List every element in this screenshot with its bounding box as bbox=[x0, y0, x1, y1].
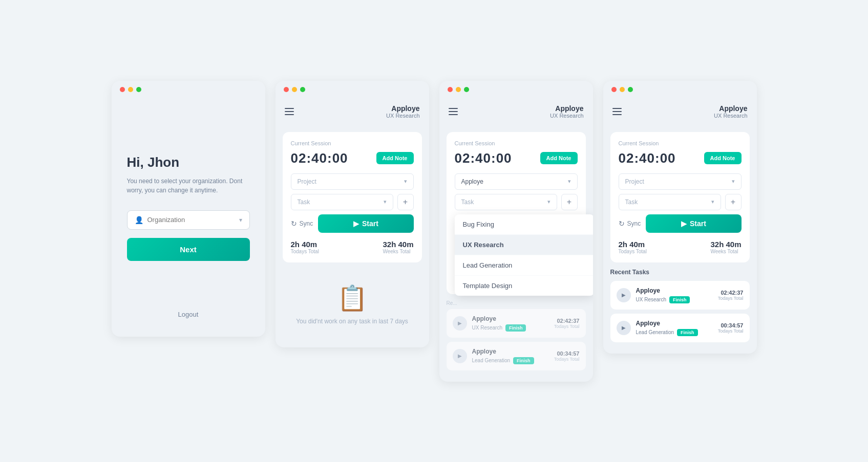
stats-row-2: 2h 40m Todays Total 32h 40m Weeks Total bbox=[291, 240, 414, 254]
task-tag-4-1: UX Research bbox=[636, 297, 666, 302]
brand-name-3: Apploye bbox=[550, 104, 583, 113]
project-select-4[interactable]: Project ▾ bbox=[619, 173, 742, 190]
task-row-2: Task ▾ + bbox=[291, 194, 414, 210]
todays-total-label-4: Todays Total bbox=[619, 249, 647, 254]
chevron-down-icon: ▾ bbox=[239, 216, 242, 224]
dot-green-4 bbox=[628, 87, 633, 92]
task-row-3: Task ▾ + bbox=[455, 194, 578, 210]
task-info-4-2: Apploye Lead Generation Finish bbox=[636, 320, 713, 336]
app-header-4: Apploye UX Research bbox=[603, 98, 757, 125]
sync-button-4[interactable]: ↻ Sync bbox=[619, 219, 641, 228]
add-note-button-4[interactable]: Add Note bbox=[704, 152, 742, 164]
dot-red-1 bbox=[120, 87, 125, 92]
task-select-2[interactable]: Task ▾ bbox=[291, 194, 393, 210]
add-note-button-3[interactable]: Add Note bbox=[540, 152, 578, 164]
action-row-2: ↻ Sync ▶ Start bbox=[291, 214, 414, 233]
session-label-2: Current Session bbox=[291, 140, 414, 146]
chevron-down-icon-3: ▾ bbox=[568, 178, 571, 185]
title-bar-2 bbox=[276, 81, 429, 98]
play-btn-3-2[interactable]: ▶ bbox=[453, 349, 467, 363]
hamburger-menu-2[interactable] bbox=[285, 108, 294, 115]
add-task-button-3[interactable]: + bbox=[561, 194, 578, 210]
play-btn-3-1[interactable]: ▶ bbox=[453, 316, 467, 331]
task-name-3-1: Apploye bbox=[472, 315, 549, 322]
task-time-3-2: 00:34:57 bbox=[554, 350, 580, 357]
start-button-4[interactable]: ▶ Start bbox=[646, 214, 741, 233]
todays-total-2: 2h 40m Todays Total bbox=[291, 240, 319, 254]
dot-red-2 bbox=[284, 87, 289, 92]
hamburger-menu-4[interactable] bbox=[612, 108, 622, 115]
next-button[interactable]: Next bbox=[127, 238, 250, 261]
play-icon-4: ▶ bbox=[681, 219, 687, 228]
title-bar-1 bbox=[112, 81, 265, 98]
sync-icon-4: ↻ bbox=[619, 219, 625, 228]
weeks-total-value-4: 32h 40m bbox=[710, 240, 741, 249]
finish-badge-3-1: Finish bbox=[505, 324, 526, 332]
task-name-4-1: Apploye bbox=[636, 287, 713, 294]
sync-label-4: Sync bbox=[627, 220, 641, 227]
play-btn-4-1[interactable]: ▶ bbox=[617, 288, 631, 302]
session-timer-row-4: 02:40:00 Add Note bbox=[619, 150, 742, 166]
task-time-3-1: 02:42:37 bbox=[554, 318, 580, 324]
dropdown-item-template-design[interactable]: Template Design bbox=[455, 276, 593, 296]
task-time-col-4-2: 00:34:57 Todays Total bbox=[718, 322, 744, 334]
screens-container: Hi, Jhon You need to select your organiz… bbox=[112, 81, 757, 382]
logout-link[interactable]: Logout bbox=[127, 311, 250, 318]
task-tag-4-2: Lead Generation bbox=[636, 329, 674, 335]
brand-sub-3: UX Research bbox=[550, 113, 583, 119]
hamburger-line bbox=[285, 111, 294, 112]
session-timer-3: 02:40:00 bbox=[455, 150, 512, 166]
session-card-3: Current Session 02:40:00 Add Note Apploy… bbox=[447, 132, 586, 294]
dropdown-item-ux-research[interactable]: UX Research bbox=[455, 235, 593, 255]
dropdown-item-lead-gen[interactable]: Lead Generation bbox=[455, 255, 593, 276]
task-select-3[interactable]: Task ▾ bbox=[455, 194, 557, 210]
recent-tasks-partial-3: Re... ▶ Apploye UX Research Finish 02:42… bbox=[447, 300, 586, 370]
session-card-4: Current Session 02:40:00 Add Note Projec… bbox=[610, 132, 750, 262]
app-content-2: Current Session 02:40:00 Add Note Projec… bbox=[276, 125, 429, 347]
task-item-4-1: ▶ Apploye UX Research Finish 02:42:37 To… bbox=[610, 281, 750, 310]
add-task-button-2[interactable]: + bbox=[397, 194, 414, 210]
todays-total-4: 2h 40m Todays Total bbox=[619, 240, 647, 254]
task-time-4-2: 00:34:57 bbox=[718, 322, 744, 328]
dropdown-item-bug-fixing[interactable]: Bug Fixing bbox=[455, 214, 593, 235]
start-button-2[interactable]: ▶ Start bbox=[318, 214, 413, 233]
weeks-total-4: 32h 40m Weeks Total bbox=[710, 240, 741, 254]
org-input-group[interactable]: 👤 ▾ bbox=[127, 210, 250, 230]
screen-1-content: Hi, Jhon You need to select your organiz… bbox=[112, 98, 265, 334]
hamburger-line bbox=[449, 111, 458, 112]
finish-badge-4-2: Finish bbox=[677, 329, 698, 336]
session-timer-row-3: 02:40:00 Add Note bbox=[455, 150, 578, 166]
subtitle: You need to select your organization. Do… bbox=[127, 177, 250, 195]
project-select-text-3: Apploye bbox=[461, 178, 568, 185]
play-btn-4-2[interactable]: ▶ bbox=[617, 321, 631, 335]
project-select-3[interactable]: Apploye ▾ bbox=[455, 173, 578, 190]
add-note-button-2[interactable]: Add Note bbox=[376, 152, 414, 164]
title-bar-4 bbox=[603, 81, 757, 98]
hamburger-line bbox=[612, 111, 622, 112]
task-select-text-2: Task bbox=[298, 199, 384, 206]
task-item-3-1: ▶ Apploye UX Research Finish 02:42:37 To… bbox=[447, 309, 586, 338]
task-select-4[interactable]: Task ▾ bbox=[619, 194, 721, 210]
task-name-3-2: Apploye bbox=[472, 348, 549, 355]
task-time-col-3-1: 02:42:37 Todays Total bbox=[554, 318, 580, 329]
brand-sub-2: UX Research bbox=[386, 113, 419, 119]
hamburger-menu-3[interactable] bbox=[449, 108, 458, 115]
org-input[interactable] bbox=[147, 216, 239, 224]
dot-yellow-4 bbox=[620, 87, 625, 92]
task-time-label-3-2: Todays Total bbox=[554, 357, 580, 362]
play-icon-2: ▶ bbox=[353, 219, 359, 228]
sync-button-2[interactable]: ↻ Sync bbox=[291, 219, 313, 228]
add-task-button-4[interactable]: + bbox=[725, 194, 742, 210]
app-brand-4: Apploye UX Research bbox=[714, 104, 747, 119]
action-row-4: ↻ Sync ▶ Start bbox=[619, 214, 742, 233]
dot-red-4 bbox=[611, 87, 617, 92]
recent-label-partial-3: Re... bbox=[447, 300, 586, 306]
task-dropdown-3: Bug Fixing UX Research Lead Generation T… bbox=[455, 214, 593, 296]
weeks-total-2: 32h 40m Weeks Total bbox=[383, 240, 413, 254]
project-select-2[interactable]: Project ▾ bbox=[291, 173, 414, 190]
recent-tasks-section-4: Recent Tasks ▶ Apploye UX Research Finis… bbox=[610, 269, 750, 342]
app-header-3: Apploye UX Research bbox=[439, 98, 593, 125]
app-content-4: Current Session 02:40:00 Add Note Projec… bbox=[603, 125, 757, 354]
sync-label-2: Sync bbox=[300, 220, 313, 227]
dot-green-3 bbox=[464, 87, 469, 92]
